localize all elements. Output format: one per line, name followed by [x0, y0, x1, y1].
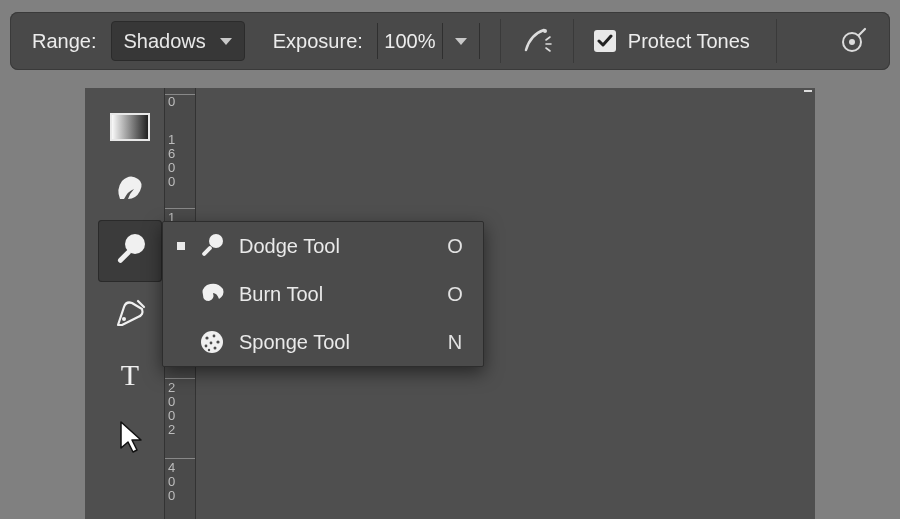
separator	[776, 19, 777, 63]
ruler-tick: 0	[168, 160, 175, 175]
ruler-tick: 0	[168, 394, 175, 409]
svg-point-6	[122, 317, 126, 321]
svg-point-11	[205, 336, 208, 339]
svg-point-14	[210, 342, 213, 345]
sponge-icon	[195, 325, 229, 359]
check-icon	[597, 33, 613, 49]
gradient-tool[interactable]	[98, 96, 162, 158]
ruler-tick: 0	[168, 408, 175, 423]
range-dropdown[interactable]: Shadows	[111, 21, 245, 61]
airbrush-icon	[522, 26, 552, 56]
protect-tones-field[interactable]: Protect Tones	[594, 30, 750, 53]
arrow-cursor-icon	[113, 418, 147, 456]
protect-tones-checkbox[interactable]	[594, 30, 616, 52]
ruler-tick: 2	[168, 380, 175, 395]
gradient-icon	[109, 110, 151, 144]
svg-text:T: T	[121, 358, 139, 391]
separator	[573, 19, 574, 63]
dodge-tool[interactable]	[98, 220, 162, 282]
exposure-label: Exposure:	[273, 30, 363, 53]
type-tool[interactable]: T	[98, 344, 162, 406]
range-label: Range:	[32, 30, 97, 53]
flyout-item-label: Dodge Tool	[239, 235, 441, 258]
options-bar: Range: Shadows Exposure: 100% Protect To…	[10, 12, 890, 70]
dodge-icon	[108, 229, 152, 273]
pressure-toggle[interactable]	[838, 26, 868, 56]
svg-rect-5	[117, 249, 132, 264]
svg-point-2	[849, 39, 855, 45]
ruler-tick: 4	[168, 460, 175, 475]
svg-rect-9	[201, 245, 212, 256]
target-icon	[839, 27, 867, 55]
path-selection-tool[interactable]	[98, 406, 162, 468]
svg-point-8	[209, 234, 223, 248]
smudge-icon	[110, 169, 150, 209]
tool-flyout: Dodge Tool O Burn Tool O Sponge Tool N	[162, 221, 484, 367]
ruler-tick: 1	[168, 132, 175, 147]
flyout-item-label: Sponge Tool	[239, 331, 441, 354]
flyout-item-shortcut: O	[441, 235, 469, 258]
ruler-tick: 0	[168, 174, 175, 189]
pen-icon	[110, 293, 150, 333]
exposure-field[interactable]: 100%	[377, 23, 443, 59]
separator	[500, 19, 501, 63]
flyout-item-shortcut: O	[441, 283, 469, 306]
ruler-tick: 0	[168, 488, 175, 503]
svg-point-16	[214, 347, 217, 350]
flyout-item-burn[interactable]: Burn Tool O	[163, 270, 483, 318]
airbrush-toggle[interactable]	[521, 25, 553, 57]
tool-strip: T	[98, 96, 162, 468]
insertion-marker	[804, 90, 812, 92]
svg-point-10	[201, 331, 223, 353]
pen-tool[interactable]	[98, 282, 162, 344]
selected-dot-icon	[177, 242, 185, 250]
svg-point-12	[213, 335, 216, 338]
exposure-value: 100%	[384, 30, 435, 53]
smudge-tool[interactable]	[98, 158, 162, 220]
chevron-down-icon	[220, 38, 232, 45]
flyout-item-label: Burn Tool	[239, 283, 441, 306]
ruler-tick: 6	[168, 146, 175, 161]
svg-point-13	[216, 340, 219, 343]
flyout-item-sponge[interactable]: Sponge Tool N	[163, 318, 483, 366]
chevron-down-icon	[455, 38, 467, 45]
range-value: Shadows	[124, 30, 206, 53]
flyout-item-shortcut: N	[441, 331, 469, 354]
exposure-dropdown[interactable]	[443, 23, 480, 59]
svg-point-15	[205, 345, 208, 348]
protect-tones-label: Protect Tones	[628, 30, 750, 53]
svg-point-17	[208, 349, 210, 351]
ruler-tick: 2	[168, 422, 175, 437]
type-icon: T	[112, 357, 148, 393]
dodge-icon	[195, 229, 229, 263]
ruler-tick: 0	[168, 94, 175, 109]
svg-point-0	[543, 29, 547, 33]
flyout-item-dodge[interactable]: Dodge Tool O	[163, 222, 483, 270]
burn-icon	[195, 277, 229, 311]
ruler-tick: 0	[168, 474, 175, 489]
svg-rect-3	[111, 114, 149, 140]
